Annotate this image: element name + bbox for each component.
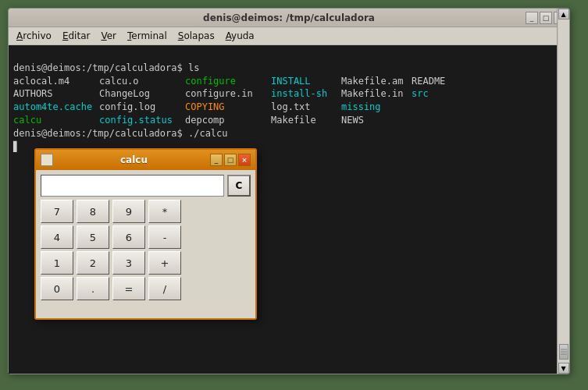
calc-row-3: 1 2 3 + — [41, 251, 251, 275]
calc-close-btn[interactable]: × — [238, 154, 251, 166]
terminal-minimize-btn[interactable]: _ — [526, 12, 538, 24]
calc-key-7[interactable]: 7 — [41, 200, 73, 223]
scrollbar-grip — [561, 349, 567, 355]
calc-row-2: 4 5 6 - — [41, 225, 251, 249]
terminal-title: denis@deimos: /tmp/calculadora — [203, 12, 375, 23]
calc-key-5[interactable]: 5 — [77, 225, 109, 249]
grip-line — [561, 349, 567, 350]
calc-key-1[interactable]: 1 — [41, 251, 73, 275]
menu-editar[interactable]: Editar — [58, 29, 95, 43]
calc-display[interactable] — [41, 175, 224, 197]
calc-clear-btn[interactable]: C — [227, 175, 251, 197]
calc-key-6[interactable]: 6 — [112, 225, 145, 249]
calc-row-4: 0 . = / — [41, 277, 251, 300]
calc-buttons: 7 8 9 * 4 5 6 - 1 2 3 + 0 . = / — [41, 200, 251, 300]
scrollbar-thumb[interactable] — [559, 344, 568, 360]
menu-ayuda[interactable]: Ayuda — [221, 29, 259, 43]
grip-line — [561, 354, 567, 355]
calc-key-subtract[interactable]: - — [148, 225, 181, 249]
calc-key-equals[interactable]: = — [112, 277, 145, 300]
menu-ver[interactable]: Ver — [96, 29, 121, 43]
calc-row-1: 7 8 9 * — [41, 200, 251, 223]
calc-key-2[interactable]: 2 — [77, 251, 109, 275]
menu-terminal[interactable]: Terminal — [123, 29, 172, 43]
menu-solapas[interactable]: Solapas — [173, 29, 219, 43]
calc-display-row: C — [41, 175, 251, 197]
calc-key-0[interactable]: 0 — [41, 277, 73, 300]
calc-key-add[interactable]: + — [148, 251, 181, 275]
calc-key-3[interactable]: 3 — [112, 251, 145, 275]
calc-titlebar: calcu _ □ × — [36, 150, 255, 170]
calculator-window: calcu _ □ × C 7 8 9 * 4 5 6 - 1 — [34, 148, 257, 320]
calc-minimize-btn[interactable]: _ — [210, 154, 223, 166]
terminal-scrollbar[interactable]: ▲ ▼ — [557, 45, 569, 374]
calc-maximize-btn[interactable]: □ — [224, 154, 237, 166]
calc-title: calcu — [58, 154, 210, 165]
menu-archivo[interactable]: Archivo — [12, 29, 56, 43]
scrollbar-down-btn[interactable]: ▼ — [558, 363, 569, 374]
calc-win-controls: _ □ × — [210, 154, 251, 166]
calc-key-9[interactable]: 9 — [112, 200, 145, 223]
scrollbar-track[interactable] — [558, 45, 569, 363]
calc-icon — [41, 154, 53, 166]
calc-key-multiply[interactable]: * — [148, 200, 181, 223]
grip-line — [561, 352, 567, 353]
calc-key-8[interactable]: 8 — [77, 200, 109, 223]
calc-key-divide[interactable]: / — [148, 277, 181, 300]
calc-key-4[interactable]: 4 — [41, 225, 73, 249]
calc-key-decimal[interactable]: . — [77, 277, 109, 300]
terminal-menubar: Archivo Editar Ver Terminal Solapas Ayud… — [9, 27, 569, 45]
calc-body: C 7 8 9 * 4 5 6 - 1 2 3 + 0 . — [36, 170, 255, 318]
terminal-titlebar: denis@deimos: /tmp/calculadora _ □ × — [9, 9, 569, 27]
terminal-maximize-btn[interactable]: □ — [540, 12, 552, 24]
